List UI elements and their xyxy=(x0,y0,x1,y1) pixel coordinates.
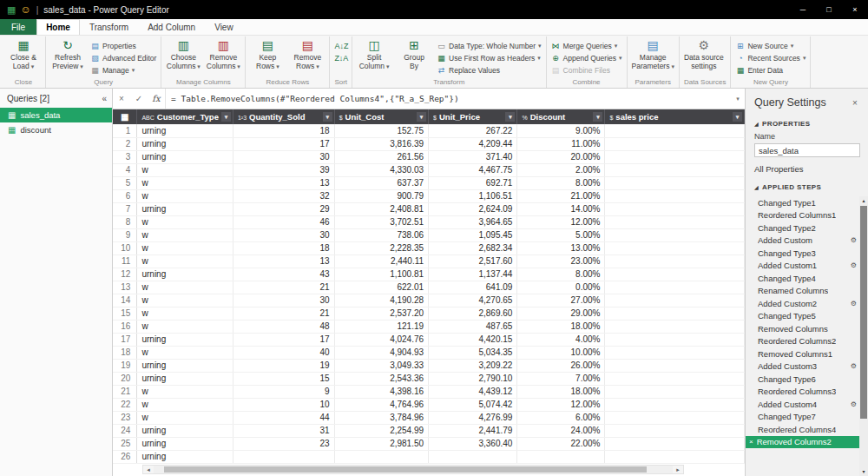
cell-discount[interactable]: 27.00% xyxy=(517,294,605,307)
cell-unit-cost[interactable]: 738.06 xyxy=(334,228,428,241)
applied-step-added-custom1[interactable]: Added Custom1⚙ xyxy=(746,260,859,273)
cell-customer-type[interactable]: w xyxy=(137,255,233,268)
cell-unit-cost[interactable]: 4,398.16 xyxy=(334,385,428,398)
cell-unit-cost[interactable] xyxy=(334,450,428,463)
cell-discount[interactable]: 12.00% xyxy=(517,215,605,228)
cell-sales-price[interactable] xyxy=(605,255,745,268)
cell-unit-cost[interactable]: 3,784.96 xyxy=(334,411,428,424)
cell-unit-cost[interactable]: 2,254.99 xyxy=(334,424,428,437)
scroll-down-icon[interactable]: ▾ xyxy=(862,467,865,476)
cell-quantity-sold[interactable]: 39 xyxy=(233,163,334,176)
formula-expand-icon[interactable]: ▾ xyxy=(731,96,745,102)
applied-step-changed-type2[interactable]: Changed Type2 xyxy=(746,221,859,235)
cell-unit-price[interactable]: 3,964.65 xyxy=(429,215,517,228)
gear-icon[interactable]: ⚙ xyxy=(848,236,857,244)
cell-discount[interactable] xyxy=(517,450,605,463)
cell-customer-type[interactable]: w xyxy=(137,163,233,176)
cell-customer-type[interactable]: w xyxy=(137,228,233,241)
applied-step-renamed-columns[interactable]: Renamed Columns xyxy=(746,285,859,298)
cell-quantity-sold[interactable]: 44 xyxy=(233,411,334,424)
applied-step-reordered-columns3[interactable]: Reordered Columns3 xyxy=(746,386,859,399)
column-header-customer-type[interactable]: ABCCustomer_Type▾ xyxy=(137,109,233,124)
cell-customer-type[interactable]: urning xyxy=(137,450,233,463)
cell-unit-price[interactable] xyxy=(429,450,517,463)
feedback-smiley-icon[interactable]: ☺ xyxy=(20,3,30,16)
applied-step-changed-type1[interactable]: Changed Type1 xyxy=(746,196,859,209)
cell-quantity-sold[interactable]: 13 xyxy=(233,255,334,268)
cell-discount[interactable]: 29.00% xyxy=(517,307,605,320)
cell-discount[interactable]: 18.00% xyxy=(517,320,605,333)
row-number[interactable]: 3 xyxy=(113,150,137,163)
cell-discount[interactable]: 10.00% xyxy=(517,346,605,359)
delete-step-icon[interactable]: × xyxy=(749,438,753,446)
row-number[interactable]: 17 xyxy=(113,333,137,346)
cell-customer-type[interactable]: w xyxy=(137,398,233,411)
cell-sales-price[interactable] xyxy=(605,450,745,463)
use-first-row-as-headers-button[interactable]: ▦Use First Row as Headers▾ xyxy=(435,52,543,63)
cell-unit-cost[interactable]: 3,816.39 xyxy=(334,137,428,150)
cell-discount[interactable]: 14.00% xyxy=(517,202,605,215)
cell-sales-price[interactable] xyxy=(605,346,745,359)
row-number[interactable]: 18 xyxy=(113,346,137,359)
row-number[interactable]: 20 xyxy=(113,372,137,385)
applied-step-reordered-columns4[interactable]: Reordered Columns4 xyxy=(746,423,859,436)
cell-quantity-sold[interactable]: 40 xyxy=(233,346,334,359)
cell-customer-type[interactable]: urning xyxy=(137,424,233,437)
cell-unit-cost[interactable]: 121.19 xyxy=(334,320,428,333)
cell-unit-price[interactable]: 4,270.65 xyxy=(429,294,517,307)
cell-quantity-sold[interactable]: 30 xyxy=(233,150,334,163)
hscroll-track[interactable] xyxy=(154,466,673,473)
gear-icon[interactable]: ⚙ xyxy=(848,300,857,307)
formula-input[interactable] xyxy=(165,89,731,109)
cell-discount[interactable]: 8.00% xyxy=(517,176,605,189)
scroll-up-icon[interactable]: ▴ xyxy=(862,196,865,205)
cell-sales-price[interactable] xyxy=(605,176,745,189)
cell-discount[interactable]: 24.00% xyxy=(517,424,605,437)
row-number[interactable]: 5 xyxy=(113,176,137,189)
cell-quantity-sold[interactable]: 30 xyxy=(233,228,334,241)
cell-quantity-sold[interactable]: 17 xyxy=(233,137,334,150)
query-item-discount[interactable]: ▦discount xyxy=(0,122,112,137)
cell-discount[interactable]: 26.00% xyxy=(517,359,605,372)
cell-sales-price[interactable] xyxy=(605,163,745,176)
cell-unit-price[interactable]: 3,209.22 xyxy=(429,359,517,372)
row-number[interactable]: 23 xyxy=(113,411,137,424)
cell-sales-price[interactable] xyxy=(605,124,745,137)
data-type-whole-number-button[interactable]: ▭Data Type: Whole Number▾ xyxy=(435,40,543,51)
cell-sales-price[interactable] xyxy=(605,411,745,424)
cell-unit-cost[interactable]: 1,100.81 xyxy=(334,268,428,281)
row-number[interactable]: 25 xyxy=(113,437,137,450)
cell-sales-price[interactable] xyxy=(605,150,745,163)
applied-step-added-custom[interactable]: Added Custom⚙ xyxy=(746,235,859,248)
cell-discount[interactable]: 2.00% xyxy=(517,163,605,176)
cell-quantity-sold[interactable]: 18 xyxy=(233,124,334,137)
cell-customer-type[interactable]: w xyxy=(137,294,233,307)
row-number[interactable]: 11 xyxy=(113,255,137,268)
cell-sales-price[interactable] xyxy=(605,398,745,411)
cell-unit-cost[interactable]: 3,049.33 xyxy=(334,359,428,372)
row-number[interactable]: 2 xyxy=(113,137,137,150)
cell-discount[interactable]: 13.00% xyxy=(517,241,605,255)
cell-sales-price[interactable] xyxy=(605,202,745,215)
cell-customer-type[interactable]: w xyxy=(137,215,233,228)
filter-icon[interactable]: ▾ xyxy=(221,112,231,122)
cell-customer-type[interactable]: urning xyxy=(137,137,233,150)
row-number[interactable]: 6 xyxy=(113,189,137,202)
refresh-preview-button[interactable]: ↻RefreshPreview ▾ xyxy=(49,36,87,71)
properties-section-header[interactable]: ◢ PROPERTIES xyxy=(746,116,868,131)
scroll-right-icon[interactable]: ▸ xyxy=(673,466,683,473)
filter-icon[interactable]: ▾ xyxy=(733,112,742,122)
hscroll-thumb[interactable] xyxy=(164,466,647,473)
remove-rows-button[interactable]: ▤RemoveRows ▾ xyxy=(288,36,326,71)
row-number[interactable]: 24 xyxy=(113,424,137,437)
cell-sales-price[interactable] xyxy=(605,437,745,450)
minimize-button[interactable]: ─ xyxy=(790,0,816,19)
filter-icon[interactable]: ▾ xyxy=(417,112,426,122)
row-number[interactable]: 13 xyxy=(113,281,137,294)
row-number[interactable]: 16 xyxy=(113,320,137,333)
append-queries-button[interactable]: ⊕Append Queries▾ xyxy=(549,52,624,63)
tab-transform[interactable]: Transform xyxy=(80,19,138,35)
cell-quantity-sold[interactable]: 30 xyxy=(233,294,334,307)
split-column-button[interactable]: ◫SplitColumn ▾ xyxy=(355,36,393,71)
cell-quantity-sold[interactable]: 21 xyxy=(233,307,334,320)
